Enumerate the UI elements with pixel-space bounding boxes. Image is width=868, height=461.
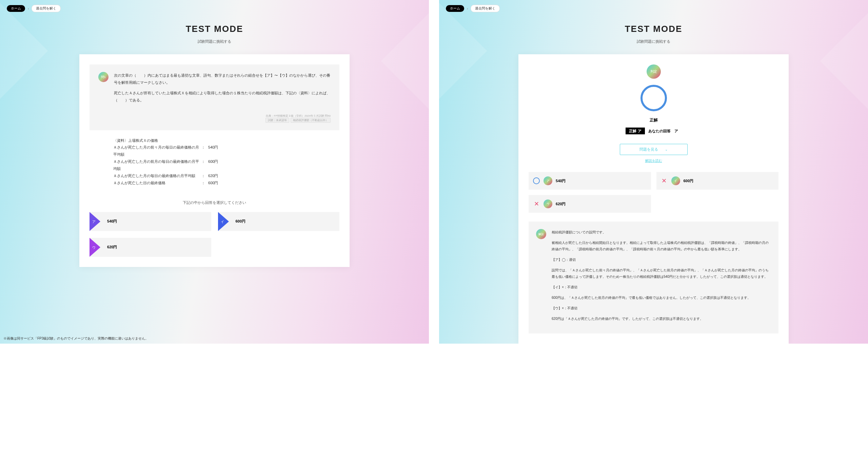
reference-data: 〈資料〉上場株式Ｘの価格 Ａさんが死亡した月の前々月の毎日の最終価格の月平均額：… [90, 130, 339, 193]
breadcrumb: ホーム › 過去問を解く [439, 0, 868, 17]
breadcrumb-current[interactable]: 過去問を解く [471, 5, 500, 12]
footnote: ※画像は同サービス「FP3級試験」のものでイメージであり、実際の機能に違いはあり… [3, 336, 149, 341]
answer-comparison: 正解 アあなたの回答 ア [529, 129, 778, 134]
correct-mark-icon [533, 177, 540, 185]
explanation-box: 解説 相続税評価額についての設問です。 被相続人が死亡した日から相続開始日となり… [529, 222, 778, 333]
data-row: Ａさんが死亡した月の毎日の最終価格の月平均額：620円 [113, 172, 316, 179]
data-row: Ａさんが死亡した日の最終価格：600円 [113, 179, 316, 187]
choice-label: 600円 [236, 219, 245, 224]
result-choice-c: ✕ ウ 620円 [529, 195, 651, 213]
result-choice-b: ✕ イ 600円 [656, 172, 778, 190]
question-card: 問1 次の文章の（ ）内にあてはまる最も適切な文章、語句、数字またはそれらの組合… [79, 54, 350, 267]
chevron-right-icon: › [467, 7, 468, 11]
question-pane: ホーム › 過去問を解く TEST MODE 試験問題に挑戦する 問1 次の文章… [0, 0, 429, 344]
page-subtitle: 試験問題に挑戦する [439, 39, 868, 44]
answer-prompt: 下記の中から回答を選択してください [90, 200, 339, 205]
page-header: TEST MODE 試験問題に挑戦する [439, 17, 868, 54]
wrong-mark-icon: ✕ [533, 200, 540, 208]
correct-circle-icon [640, 85, 667, 111]
page-subtitle: 試験問題に挑戦する [0, 39, 429, 44]
choice-label: 540円 [107, 219, 117, 224]
choice-a[interactable]: ア 540円 [90, 212, 211, 231]
judgment-badge: 判定 [647, 64, 661, 79]
choice-label: 620円 [107, 245, 117, 250]
data-row: Ａさんが死亡した月の前々月の毎日の最終価格の月平均額：540円 [113, 144, 316, 158]
read-explanation-link[interactable]: 解説を読む [529, 158, 778, 163]
result-choice-a: ア 540円 [529, 172, 651, 190]
breadcrumb-home[interactable]: ホーム [7, 5, 25, 12]
question-number-badge: 問1 [98, 72, 108, 82]
correct-answer: 正解 ア [626, 128, 645, 134]
data-title: 〈資料〉上場株式Ｘの価格 [113, 137, 316, 144]
wrong-mark-icon: ✕ [660, 177, 668, 185]
breadcrumb-home[interactable]: ホーム [446, 5, 464, 12]
page-title: TEST MODE [0, 24, 429, 34]
question-box: 問1 次の文章の（ ）内にあてはまる最も適切な文章、語句、数字またはそれらの組合… [90, 64, 339, 130]
result-label: 正解 [529, 117, 778, 123]
data-row: Ａさんが死亡した月の前月の毎日の最終価格の月平均額：600円 [113, 158, 316, 172]
breadcrumb-current[interactable]: 過去問を解く [32, 5, 61, 12]
choice-c[interactable]: ウ 620円 [90, 238, 211, 257]
choice-letter-badge: ア [544, 176, 552, 185]
question-text: 次の文章の（ ）内にあてはまる最も適切な文章、語句、数字またはそれらの組合せを【… [114, 72, 331, 107]
result-choices: ア 540円 ✕ イ 600円 ✕ ウ 620円 [529, 172, 778, 213]
choice-letter-badge: ウ [544, 199, 552, 208]
explanation-badge: 解説 [536, 229, 546, 239]
result-pane: ホーム › 過去問を解く TEST MODE 試験問題に挑戦する 判定 正解 正… [439, 0, 868, 344]
page-header: TEST MODE 試験問題に挑戦する [0, 17, 429, 54]
chevron-right-icon: › [28, 7, 29, 11]
choice-letter-badge: イ [671, 176, 680, 185]
your-answer: あなたの回答 ア [645, 128, 682, 134]
page-title: TEST MODE [439, 24, 868, 34]
explanation-text: 相続税評価額についての設問です。 被相続人が死亡した日から相続開始日となります。… [552, 229, 771, 326]
breadcrumb: ホーム › 過去問を解く [0, 0, 429, 17]
show-question-button[interactable]: 問題を見る ⌄ [620, 144, 688, 155]
choices-list: ア 540円 イ 600円 ウ 620円 [90, 212, 339, 257]
choice-b[interactable]: イ 600円 [218, 212, 339, 231]
result-card: 判定 正解 正解 アあなたの回答 ア 問題を見る ⌄ 解説を読む ア 540円 … [518, 54, 789, 344]
question-meta: 出典：FP技能検定３級（学科）2024年５月試験 問50 試験：未承認等相続税評… [98, 114, 331, 123]
chevron-down-icon: ⌄ [665, 148, 668, 151]
